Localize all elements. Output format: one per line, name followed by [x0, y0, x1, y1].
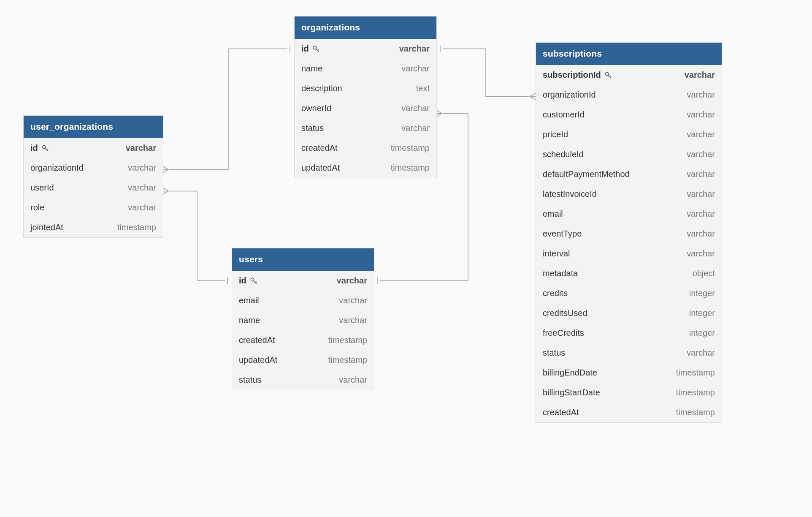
column-row[interactable]: eventTypevarchar — [536, 224, 722, 244]
column-type: varchar — [401, 123, 430, 133]
column-row[interactable]: emailvarchar — [536, 204, 722, 224]
column-name-text: eventType — [543, 229, 582, 239]
column-type: varchar — [401, 64, 430, 73]
column-row[interactable]: metadataobject — [536, 264, 722, 283]
column-type: integer — [689, 308, 715, 318]
column-type: timestamp — [117, 223, 156, 232]
column-name-text: name — [239, 316, 260, 325]
table-organizations[interactable]: organizationsidvarcharnamevarchardescrip… — [294, 16, 437, 178]
column-type: timestamp — [391, 163, 430, 173]
column-row[interactable]: namevarchar — [232, 310, 374, 330]
column-type: varchar — [687, 189, 715, 199]
column-type: varchar — [401, 103, 430, 113]
column-name: status — [239, 375, 261, 385]
column-name-text: userId — [30, 183, 54, 193]
column-type: integer — [689, 328, 715, 338]
column-row[interactable]: freeCreditsinteger — [536, 323, 722, 343]
column-row[interactable]: idvarchar — [24, 138, 163, 158]
column-row[interactable]: billingEndDatetimestamp — [536, 363, 722, 383]
column-row[interactable]: intervalvarchar — [536, 244, 722, 264]
svg-line-12 — [530, 93, 536, 97]
column-name-text: credits — [543, 288, 568, 298]
column-name: id — [301, 44, 320, 54]
column-type: varchar — [339, 375, 367, 385]
column-type: varchar — [128, 163, 156, 173]
table-subscriptions[interactable]: subscriptionssubscriptionIdvarcharorgani… — [536, 42, 722, 423]
column-row[interactable]: emailvarchar — [232, 291, 374, 310]
column-name-text: name — [301, 64, 322, 73]
column-row[interactable]: userIdvarchar — [24, 178, 163, 198]
column-name: status — [543, 348, 565, 358]
column-name-text: updatedAt — [301, 163, 340, 173]
column-name: ownerId — [301, 103, 331, 113]
table-header[interactable]: organizations — [295, 16, 436, 39]
column-row[interactable]: ownerIdvarchar — [295, 98, 436, 118]
column-row[interactable]: createdAttimestamp — [232, 330, 374, 350]
column-name-text: customerId — [543, 110, 585, 120]
column-row[interactable]: updatedAttimestamp — [295, 158, 436, 178]
column-name: priceId — [543, 130, 568, 139]
column-row[interactable]: billingStartDatetimestamp — [536, 383, 722, 403]
column-row[interactable]: customerIdvarchar — [536, 105, 722, 125]
column-name-text: role — [30, 203, 44, 212]
column-name: id — [30, 143, 49, 153]
svg-line-4 — [162, 188, 168, 191]
column-row[interactable]: idvarchar — [232, 271, 374, 291]
column-row[interactable]: createdAttimestamp — [536, 403, 722, 422]
column-row[interactable]: rolevarchar — [24, 198, 163, 218]
column-type: text — [416, 84, 430, 93]
column-name: description — [301, 84, 342, 93]
column-type: varchar — [687, 348, 715, 358]
column-type: timestamp — [676, 368, 715, 378]
column-name: defaultPaymentMethod — [543, 169, 630, 179]
column-row[interactable]: defaultPaymentMethodvarchar — [536, 164, 722, 184]
column-row[interactable]: statusvarchar — [295, 118, 436, 138]
column-row[interactable]: organizationIdvarchar — [24, 158, 163, 178]
table-users[interactable]: usersidvarcharemailvarcharnamevarcharcre… — [232, 248, 374, 390]
column-type: varchar — [337, 276, 367, 286]
column-row[interactable]: namevarchar — [295, 59, 436, 79]
column-name: metadata — [543, 269, 578, 278]
column-type: timestamp — [676, 408, 715, 417]
column-name: billingStartDate — [543, 388, 600, 397]
column-type: varchar — [126, 143, 156, 153]
table-user_organizations[interactable]: user_organizationsidvarcharorganizationI… — [23, 115, 163, 238]
column-name-text: createdAt — [543, 408, 579, 417]
column-name: credits — [543, 288, 568, 298]
column-type: varchar — [399, 44, 430, 54]
column-row[interactable]: statusvarchar — [232, 370, 374, 390]
column-name: createdAt — [301, 143, 338, 153]
svg-line-8 — [436, 110, 442, 114]
svg-line-14 — [530, 97, 536, 100]
column-name: name — [301, 64, 322, 73]
erd-canvas[interactable]: user_organizationsidvarcharorganizationI… — [0, 0, 812, 517]
column-name-text: metadata — [543, 269, 578, 278]
column-type: integer — [689, 288, 715, 298]
column-row[interactable]: organizationIdvarchar — [536, 85, 722, 105]
column-type: object — [693, 269, 715, 278]
column-row[interactable]: jointedAttimestamp — [24, 218, 163, 237]
column-name-text: jointedAt — [30, 223, 63, 232]
column-name-text: status — [301, 123, 324, 133]
column-row[interactable]: descriptiontext — [295, 79, 436, 98]
column-name: createdAt — [543, 408, 579, 417]
column-type: varchar — [339, 296, 367, 305]
table-header[interactable]: user_organizations — [24, 116, 163, 138]
table-header[interactable]: subscriptions — [536, 43, 722, 65]
column-type: varchar — [687, 229, 715, 239]
column-row[interactable]: latestInvoiceIdvarchar — [536, 184, 722, 204]
column-row[interactable]: scheduleIdvarchar — [536, 144, 722, 164]
column-name: customerId — [543, 110, 585, 120]
table-header[interactable]: users — [232, 248, 374, 271]
column-row[interactable]: idvarchar — [295, 39, 436, 59]
column-row[interactable]: creditsinteger — [536, 283, 722, 303]
column-type: timestamp — [391, 143, 430, 153]
column-row[interactable]: subscriptionIdvarchar — [536, 65, 722, 85]
column-row[interactable]: creditsUsedinteger — [536, 303, 722, 323]
column-name: scheduleId — [543, 150, 584, 159]
column-row[interactable]: createdAttimestamp — [295, 138, 436, 158]
column-row[interactable]: statusvarchar — [536, 343, 722, 363]
column-row[interactable]: updatedAttimestamp — [232, 350, 374, 370]
column-row[interactable]: priceIdvarchar — [536, 125, 722, 144]
column-name: eventType — [543, 229, 582, 239]
